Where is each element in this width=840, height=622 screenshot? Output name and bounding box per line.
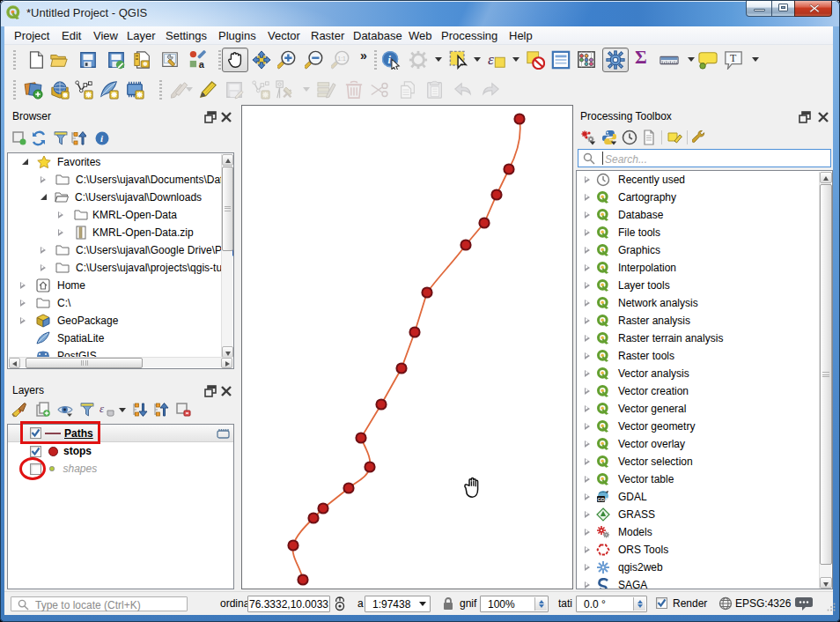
svg-text:T: T bbox=[730, 52, 737, 64]
svg-text:ε: ε bbox=[488, 50, 494, 68]
svg-text:GDAL: GDAL bbox=[598, 497, 611, 502]
svg-text:ε: ε bbox=[99, 402, 105, 415]
svg-text:a: a bbox=[199, 59, 205, 70]
svg-text:1:1: 1:1 bbox=[337, 56, 346, 62]
